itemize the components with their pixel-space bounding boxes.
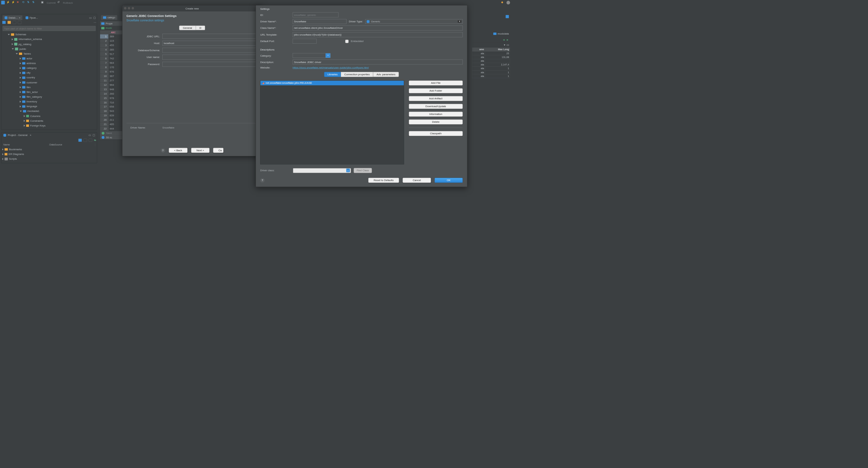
plug3-icon[interactable]: ✖ bbox=[17, 1, 20, 4]
tab-conn-props[interactable]: Connection properties bbox=[341, 72, 373, 77]
classpath-button[interactable]: Classpath bbox=[409, 131, 463, 136]
close-icon[interactable] bbox=[124, 7, 126, 9]
tab-general[interactable]: General bbox=[179, 25, 196, 30]
tree-node[interactable]: information_schema bbox=[2, 37, 96, 42]
conn-icon[interactable] bbox=[2, 21, 6, 24]
marketplace-icon[interactable]: ◆ bbox=[501, 1, 505, 4]
tree-node-mock[interactable]: mockada1 bbox=[2, 109, 96, 114]
help-icon[interactable]: ? bbox=[260, 178, 264, 182]
add-file-button[interactable]: Add File bbox=[409, 80, 463, 85]
ok-button[interactable]: OK bbox=[435, 178, 463, 183]
grid-subtab[interactable]: Prope bbox=[106, 22, 113, 25]
tree-node[interactable]: film_category bbox=[2, 95, 96, 99]
tree-node[interactable]: address bbox=[2, 61, 96, 66]
nav-icon[interactable] bbox=[13, 21, 16, 24]
tree-node[interactable]: Constraints bbox=[2, 118, 96, 123]
jdbc-url-input[interactable] bbox=[162, 34, 258, 39]
download-update-button[interactable]: Download/Update bbox=[409, 104, 463, 109]
tree-node[interactable]: language bbox=[2, 104, 96, 109]
tree-node[interactable]: inventory bbox=[2, 99, 96, 104]
maximize-icon[interactable]: ▢ bbox=[93, 16, 96, 19]
tree-node[interactable]: film bbox=[2, 85, 96, 90]
tips-icon[interactable] bbox=[507, 1, 510, 4]
minimize-icon[interactable]: ▭ bbox=[89, 16, 92, 19]
plug6-icon[interactable]: ⇅ bbox=[32, 1, 36, 4]
sql-icon[interactable] bbox=[1, 1, 5, 4]
p2-icon[interactable] bbox=[83, 139, 87, 142]
tab-database[interactable]: Datab... × bbox=[3, 15, 22, 20]
folder-icon[interactable] bbox=[7, 21, 11, 24]
close-icon[interactable]: × bbox=[19, 16, 20, 19]
cancel-button[interactable]: Ca bbox=[213, 148, 223, 153]
category-select[interactable]: ⌄ bbox=[293, 53, 331, 58]
tree-node[interactable]: customer bbox=[2, 80, 96, 85]
tab[interactable]: mockdata bbox=[498, 32, 509, 35]
database-input[interactable] bbox=[162, 48, 258, 53]
information-button[interactable]: Information bbox=[409, 112, 463, 117]
cancel-button[interactable]: Cancel bbox=[402, 178, 431, 183]
library-item[interactable]: ◢ net.snowflake:snowflake-jdbc:RELEASE bbox=[260, 81, 404, 85]
plug2-icon[interactable]: ⚡ bbox=[12, 1, 15, 4]
tree-node[interactable]: film_actor bbox=[2, 90, 96, 94]
tree-node[interactable]: city bbox=[2, 71, 96, 75]
editor-tab[interactable]: catego bbox=[101, 15, 117, 20]
tree-node[interactable]: Columns bbox=[2, 114, 96, 118]
embedded-checkbox[interactable] bbox=[345, 40, 348, 43]
close-icon[interactable]: × bbox=[30, 134, 31, 137]
tree-node[interactable]: pg_catalog bbox=[2, 42, 96, 46]
tree-node[interactable]: Foreign Keys bbox=[2, 123, 96, 128]
cfg-icon[interactable] bbox=[78, 139, 82, 142]
password-input[interactable] bbox=[162, 62, 258, 67]
commit-icon[interactable]: ▣ bbox=[41, 1, 45, 4]
nav2-icon[interactable] bbox=[18, 21, 21, 24]
tab-projects[interactable]: Прое... bbox=[24, 15, 40, 20]
tree-node[interactable]: ER Diagrams bbox=[2, 152, 96, 157]
website-link[interactable]: https://docs.snowflake.net/manuals/user-… bbox=[293, 66, 369, 69]
tree-filter-input[interactable] bbox=[3, 26, 96, 31]
settings-icon[interactable]: ▾ bbox=[504, 43, 505, 46]
tree-node[interactable]: Bookmarks bbox=[2, 147, 96, 152]
driver-name-input[interactable] bbox=[293, 19, 347, 24]
minimize-icon[interactable]: ▭ bbox=[88, 134, 91, 137]
grid-tab3[interactable]: mock bbox=[106, 26, 112, 30]
rollback-icon[interactable]: ↺ bbox=[57, 1, 61, 4]
tree-node[interactable]: category bbox=[2, 66, 96, 71]
maximize-icon[interactable]: ▢ bbox=[93, 134, 95, 137]
tree-node[interactable]: actor bbox=[2, 56, 96, 61]
tab-driver[interactable]: D bbox=[196, 25, 205, 30]
col-ame[interactable]: ame bbox=[472, 47, 485, 51]
add-artifact-button[interactable]: Add Artifact bbox=[409, 96, 463, 101]
reset-defaults-button[interactable]: Reset to Defaults bbox=[368, 178, 399, 183]
tab-libraries[interactable]: Libraries bbox=[324, 72, 341, 77]
host-input[interactable] bbox=[162, 41, 258, 46]
class-name-input[interactable] bbox=[293, 25, 463, 31]
library-list[interactable]: ◢ net.snowflake:snowflake-jdbc:RELEASE bbox=[260, 80, 404, 164]
plug-icon[interactable]: ⚡ bbox=[6, 1, 10, 4]
plug4-icon[interactable]: ⟲ bbox=[22, 1, 26, 4]
link-icon[interactable]: ⇆ bbox=[94, 139, 96, 142]
col-maxleng[interactable]: Max Leng bbox=[485, 47, 510, 51]
help-icon[interactable]: ? bbox=[161, 148, 165, 153]
menu-icon[interactable]: ⋯ bbox=[94, 21, 96, 24]
tree-node-schemas[interactable]: Schemas bbox=[2, 32, 96, 37]
prev-icon[interactable]: ◄ bbox=[502, 38, 505, 41]
tree-node[interactable]: country bbox=[2, 75, 96, 80]
url-template-input[interactable] bbox=[293, 32, 463, 37]
plug5-icon[interactable]: ⇅ bbox=[27, 1, 31, 4]
p3-icon[interactable] bbox=[89, 139, 93, 142]
min-icon[interactable]: ▭ bbox=[507, 43, 509, 46]
delete-button[interactable]: Delete bbox=[409, 119, 463, 124]
zoom-icon[interactable] bbox=[132, 7, 134, 9]
username-input[interactable] bbox=[162, 55, 258, 60]
back-button[interactable]: < Back bbox=[169, 148, 188, 153]
next-icon[interactable]: ► bbox=[506, 38, 509, 41]
driver-type-select[interactable]: Generic ▼ bbox=[365, 19, 463, 24]
description-input[interactable] bbox=[293, 60, 463, 65]
add-folder-button[interactable]: Add Folder bbox=[409, 88, 463, 93]
tree-node[interactable]: Scripts bbox=[2, 157, 96, 161]
minimize-icon[interactable] bbox=[128, 7, 130, 9]
next-button[interactable]: Next > bbox=[191, 148, 210, 153]
snowflake-settings-link[interactable]: Snowflake connection settings bbox=[126, 19, 258, 22]
tree-node-public[interactable]: public bbox=[2, 46, 96, 51]
tree-node-tables[interactable]: Tables bbox=[2, 51, 96, 56]
